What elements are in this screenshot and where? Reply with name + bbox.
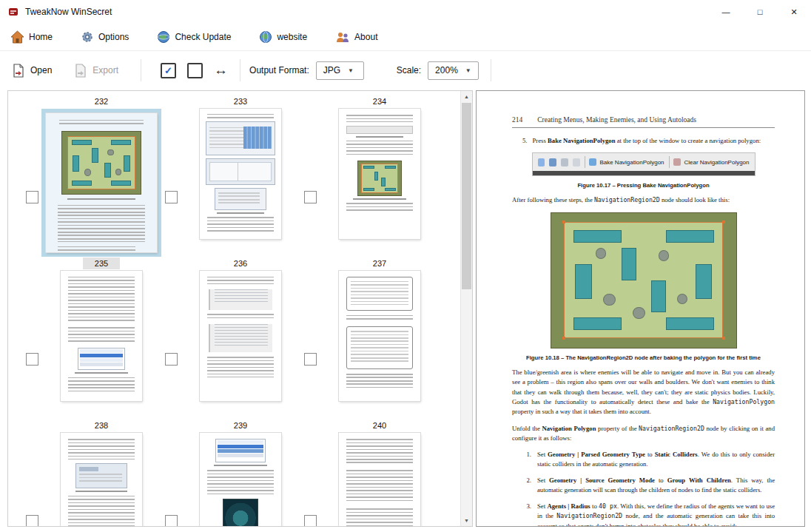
chevron-down-icon: ▼	[465, 67, 471, 74]
open-label: Open	[30, 65, 52, 75]
scale-select[interactable]: 200% ▼	[428, 61, 479, 80]
select-all-button[interactable]: ✓	[161, 63, 176, 78]
step-item: 5. Press Bake NavigationPolygon at the t…	[522, 136, 775, 146]
window-controls: — □ ✕	[709, 0, 811, 24]
text-lines	[58, 205, 145, 242]
website-button[interactable]: website	[259, 30, 307, 44]
scrollbar-thumb[interactable]	[462, 103, 471, 289]
open-file-icon	[12, 64, 25, 78]
toolbar-icon	[549, 158, 556, 166]
caption-line	[75, 491, 127, 492]
page-checkbox[interactable]	[304, 191, 317, 203]
page-number: 233	[222, 95, 259, 107]
screenshot-image	[206, 121, 275, 155]
open-button[interactable]: Open	[12, 64, 52, 78]
screenshot-image	[215, 188, 266, 210]
caption-line	[67, 198, 135, 200]
figure-caption: Figure 10.18 – The NavigationRegion2D no…	[512, 354, 775, 361]
about-button[interactable]: About	[335, 30, 377, 44]
figure-10-18	[551, 212, 737, 349]
bake-navigationpolygon-button: Bake NavigationPolygon	[589, 158, 664, 166]
page-checkbox[interactable]	[304, 515, 317, 527]
home-icon	[10, 30, 24, 44]
home-button[interactable]: Home	[10, 30, 53, 44]
nav-map-image	[357, 161, 402, 196]
page-checkbox[interactable]	[165, 191, 178, 203]
scroll-down-button[interactable]: ▼	[461, 515, 472, 526]
text-lines	[346, 115, 413, 122]
ordered-list-item: 3. Set Agents | Radius to 40 px. With th…	[522, 502, 775, 527]
website-label: website	[277, 32, 307, 42]
separator	[669, 156, 670, 168]
invert-selection-button[interactable]: ↔	[214, 63, 228, 78]
page-thumbnail[interactable]	[316, 433, 443, 527]
output-format-select[interactable]: JPG ▼	[316, 61, 364, 80]
page-checkbox[interactable]	[26, 353, 38, 366]
chapter-title: Creating Menus, Making Enemies, and Usin…	[537, 116, 696, 124]
bake-icon	[589, 158, 596, 166]
scale-value: 200%	[435, 65, 458, 75]
action-toolbar: Open Export ✓ ↔ Output Format: JPG ▼ Sca…	[0, 51, 811, 90]
chevron-down-icon: ▼	[348, 67, 354, 74]
deselect-all-button[interactable]	[187, 63, 203, 78]
page-number: 232	[83, 95, 120, 107]
boulder	[659, 250, 670, 261]
globe-icon	[259, 30, 272, 44]
output-format-value: JPG	[323, 65, 340, 75]
caption-line	[356, 136, 403, 138]
options-button[interactable]: Options	[81, 30, 129, 44]
page-thumbnail[interactable]	[41, 109, 161, 257]
wall	[72, 140, 92, 146]
page-thumbnail[interactable]	[316, 109, 443, 239]
export-button[interactable]: Export	[74, 64, 118, 78]
globe-icon	[157, 30, 170, 44]
clear-navigationpolygon-button: Clear NavigationPolygon	[673, 158, 749, 166]
code-block	[209, 289, 272, 310]
nav-map-image	[61, 131, 141, 195]
page-thumbnail[interactable]	[177, 433, 304, 527]
thumbnail-cell-232: 232	[38, 94, 165, 242]
page-number: 238	[83, 420, 120, 431]
thumbnail-cell-235: 235	[38, 256, 165, 404]
text-lines	[68, 377, 135, 394]
page-header: 214 Creating Menus, Making Enemies, and …	[512, 116, 775, 128]
people-icon	[335, 30, 350, 44]
caption-line	[217, 212, 264, 214]
options-label: Options	[98, 32, 129, 42]
maximize-button[interactable]: □	[743, 0, 777, 24]
page-checkbox[interactable]	[165, 353, 178, 366]
page-thumbnail[interactable]	[177, 271, 304, 401]
text-lines	[346, 315, 413, 322]
wall	[381, 178, 385, 186]
home-label: Home	[29, 32, 53, 42]
body-paragraph: After following these steps, the Navigat…	[512, 195, 775, 205]
text-lines	[59, 120, 144, 127]
page-number: 239	[222, 420, 259, 431]
page-thumbnail[interactable]	[38, 271, 165, 401]
text-lines	[346, 374, 413, 390]
page-checkbox[interactable]	[165, 515, 178, 527]
page-number: 237	[361, 257, 398, 269]
page-thumbnail[interactable]	[38, 433, 165, 527]
close-button[interactable]: ✕	[777, 0, 811, 24]
page-checkbox[interactable]	[26, 515, 38, 527]
text-lines	[346, 470, 413, 502]
wall	[622, 248, 636, 280]
page-number: 240	[361, 420, 398, 431]
page-checkbox[interactable]	[26, 191, 38, 203]
clear-icon	[673, 158, 681, 166]
text-lines	[346, 508, 413, 527]
app-window: TweakNow WinSecret — □ ✕ Home Options	[0, 0, 811, 532]
page-thumbnail[interactable]	[177, 109, 304, 239]
page-checkbox[interactable]	[304, 353, 317, 366]
text-lines	[207, 314, 274, 320]
text-lines	[207, 217, 274, 232]
thumbnail-scrollbar[interactable]: ▲ ▼	[460, 91, 472, 526]
minimize-button[interactable]: —	[709, 0, 743, 24]
scroll-up-button[interactable]: ▲	[461, 91, 472, 102]
check-update-button[interactable]: Check Update	[157, 30, 231, 44]
page-thumbnail[interactable]	[316, 271, 443, 401]
export-label: Export	[92, 65, 118, 75]
text-lines	[68, 277, 135, 323]
toolbar-image	[346, 126, 413, 134]
